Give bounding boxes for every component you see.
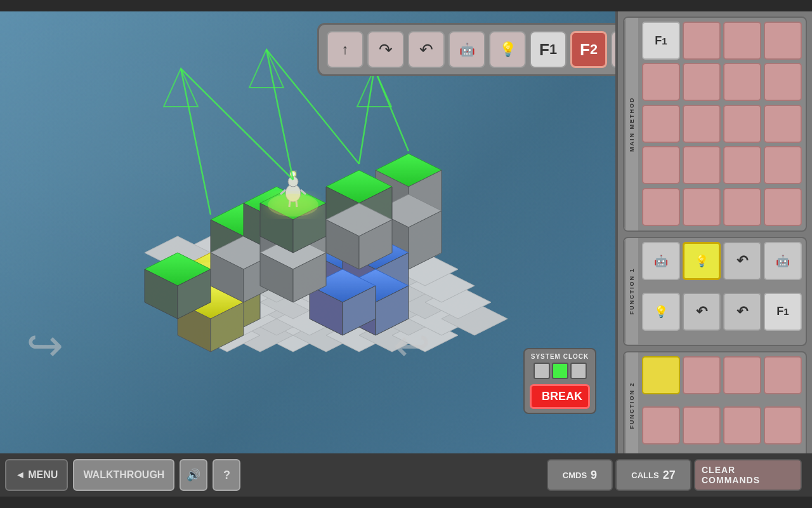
fn2-cell-0-0[interactable]	[642, 356, 680, 394]
jump-btn[interactable]: 🤖	[449, 31, 485, 68]
main-cell-3-0[interactable]	[642, 146, 680, 184]
cmds-label: CMDS	[563, 471, 587, 480]
fn2-cell-1-3[interactable]	[764, 406, 802, 444]
main-cell-1-1[interactable]	[683, 63, 721, 101]
svg-point-114	[268, 194, 318, 217]
main-cell-2-1[interactable]	[683, 105, 721, 143]
help-button[interactable]: ?	[213, 459, 240, 491]
svg-line-117	[266, 50, 293, 180]
main-cell-3-1[interactable]	[683, 146, 721, 184]
bottom-border	[0, 497, 812, 508]
function2-section: FUNCTION 2	[623, 351, 807, 460]
break-button[interactable]: BREAK	[530, 384, 590, 409]
sound-button[interactable]: 🔊	[180, 459, 207, 491]
system-clock-label: SYSTEM CLOCK	[531, 353, 589, 360]
clock-blocks	[534, 363, 587, 379]
calls-display: CALLS 27	[615, 459, 691, 491]
system-clock-panel: SYSTEM CLOCK BREAK	[523, 348, 596, 414]
fn1-cell-0-1[interactable]: 💡	[683, 242, 721, 280]
f1-btn[interactable]: F1	[530, 31, 566, 68]
main-method-label: MAIN METHOD	[624, 18, 638, 231]
main-cell-4-3[interactable]	[764, 188, 802, 226]
svg-marker-121	[164, 69, 198, 107]
fn1-cell-1-3[interactable]: F1	[764, 293, 802, 331]
main-cell-2-3[interactable]	[764, 105, 802, 143]
game-scene: ↩ ↩	[0, 30, 520, 399]
clock-block-2	[552, 363, 568, 379]
main-cell-2-2[interactable]	[723, 105, 761, 143]
fn2-cell-0-1[interactable]	[683, 356, 721, 394]
function1-label: FUNCTION 1	[624, 238, 638, 345]
function2-grid	[638, 352, 806, 459]
main-cell-1-2[interactable]	[723, 63, 761, 101]
main-method-section: MAIN METHOD F1	[623, 17, 807, 232]
fn2-cell-0-2[interactable]	[723, 356, 761, 394]
clock-block-3	[570, 363, 587, 379]
main-cell-1-3[interactable]	[764, 63, 802, 101]
svg-marker-122	[249, 50, 284, 88]
right-panel: MAIN METHOD F1	[615, 11, 812, 465]
fn1-cell-1-2[interactable]: ↶	[723, 293, 761, 331]
svg-line-119	[359, 69, 374, 164]
svg-text:↩: ↩	[26, 321, 63, 370]
main-cell-0-3[interactable]	[764, 22, 802, 60]
main-cell-3-3[interactable]	[764, 146, 802, 184]
main-cell-0-2[interactable]	[723, 22, 761, 60]
function1-grid: 🤖 💡 ↶ 🤖 💡 ↶ ↶ F1	[638, 238, 806, 345]
svg-line-115	[181, 69, 293, 180]
fn2-cell-0-3[interactable]	[764, 356, 802, 394]
calls-value: 27	[663, 469, 676, 482]
svg-text:↩: ↩	[393, 321, 431, 370]
fn2-cell-1-0[interactable]	[642, 406, 680, 444]
main-cell-4-1[interactable]	[683, 188, 721, 226]
main-cell-2-0[interactable]	[642, 105, 680, 143]
calls-label: CALLS	[631, 471, 658, 480]
function1-section: FUNCTION 1 🤖 💡 ↶ 🤖 💡 ↶ ↶ F1	[623, 237, 807, 346]
fn2-cell-1-2[interactable]	[723, 406, 761, 444]
cmds-value: 9	[591, 469, 597, 482]
main-cell-4-2[interactable]	[723, 188, 761, 226]
bottom-bar: ◄ MENU WALKTHROUGH 🔊 ? CMDS 9 CALLS 27 C…	[0, 453, 812, 497]
fn1-cell-0-3[interactable]: 🤖	[764, 242, 802, 280]
top-border	[0, 0, 812, 11]
main-cell-1-0[interactable]	[642, 63, 680, 101]
fn1-cell-1-1[interactable]: ↶	[683, 293, 721, 331]
fn1-cell-1-0[interactable]: 💡	[642, 293, 680, 331]
light-btn[interactable]: 💡	[489, 31, 526, 68]
menu-button[interactable]: ◄ MENU	[5, 459, 68, 491]
main-cell-3-2[interactable]	[723, 146, 761, 184]
stats-area: CMDS 9 CALLS 27 CLEAR COMMANDS	[547, 459, 802, 491]
main-cell-0-0[interactable]: F1	[642, 22, 680, 60]
f2-btn[interactable]: F2	[570, 31, 607, 68]
main-cell-0-1[interactable]	[683, 22, 721, 60]
move-forward-btn[interactable]: ↑	[327, 31, 363, 68]
turn-right-btn[interactable]: ↷	[367, 31, 404, 68]
fn1-cell-0-2[interactable]: ↶	[723, 242, 761, 280]
walkthrough-button[interactable]: WALKTHROUGH	[73, 459, 174, 491]
clear-commands-button[interactable]: CLEAR COMMANDS	[694, 459, 802, 491]
fn2-cell-1-1[interactable]	[683, 406, 721, 444]
main-cell-4-0[interactable]	[642, 188, 680, 226]
svg-line-116	[181, 69, 211, 215]
cmds-display: CMDS 9	[547, 459, 613, 491]
clock-block-1	[534, 363, 550, 379]
top-toolbar: ↑ ↷ ↶ 🤖 💡 F1 F2 〜	[406, 18, 609, 81]
fn1-cell-0-0[interactable]: 🤖	[642, 242, 680, 280]
turn-left-btn[interactable]: ↶	[408, 31, 445, 68]
main-method-grid: F1	[638, 18, 806, 231]
function2-label: FUNCTION 2	[624, 352, 638, 459]
